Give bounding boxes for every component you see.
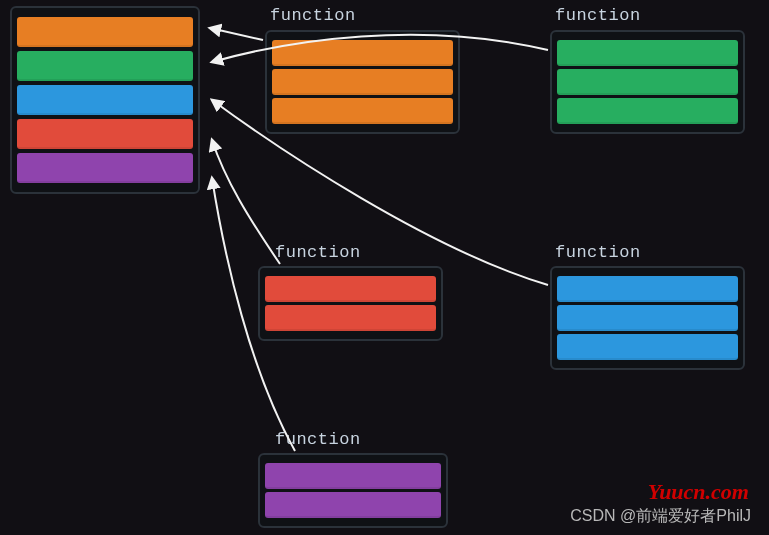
function-label-orange: function <box>270 6 356 25</box>
target-row-purple <box>17 153 193 183</box>
target-row-green <box>17 51 193 81</box>
watermark-attribution: CSDN @前端爱好者PhilJ <box>570 506 751 527</box>
function-node-orange <box>265 30 460 134</box>
function-node-red <box>258 266 443 341</box>
function-label-red: function <box>275 243 361 262</box>
function-row <box>265 276 436 302</box>
function-row <box>272 98 453 124</box>
function-row <box>557 305 738 331</box>
function-label-blue: function <box>555 243 641 262</box>
target-row-orange <box>17 17 193 47</box>
arrow-red <box>212 140 280 264</box>
target-stack <box>10 6 200 194</box>
function-row <box>272 40 453 66</box>
target-row-blue <box>17 85 193 115</box>
function-row <box>557 334 738 360</box>
function-node-blue <box>550 266 745 370</box>
function-row <box>557 40 738 66</box>
function-row <box>557 276 738 302</box>
function-row <box>557 98 738 124</box>
function-row <box>265 492 441 518</box>
watermark-site: Yuucn.com <box>648 479 749 505</box>
function-row <box>272 69 453 95</box>
target-row-red <box>17 119 193 149</box>
function-row <box>265 305 436 331</box>
function-row <box>265 463 441 489</box>
function-row <box>557 69 738 95</box>
function-node-purple <box>258 453 448 528</box>
arrow-orange <box>210 28 263 40</box>
function-node-green <box>550 30 745 134</box>
function-label-green: function <box>555 6 641 25</box>
function-label-purple: function <box>275 430 361 449</box>
